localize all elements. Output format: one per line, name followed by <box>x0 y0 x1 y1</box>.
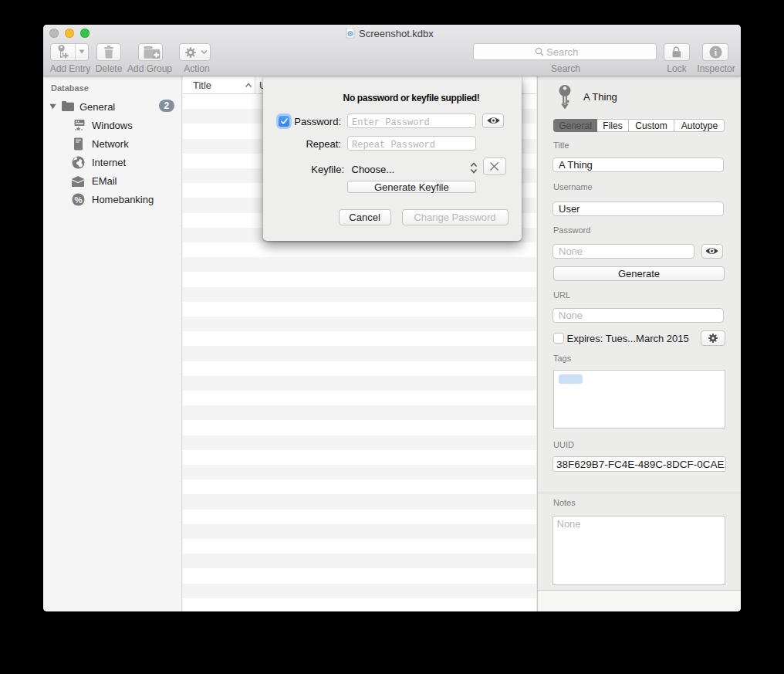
svg-text:%: % <box>74 195 82 205</box>
